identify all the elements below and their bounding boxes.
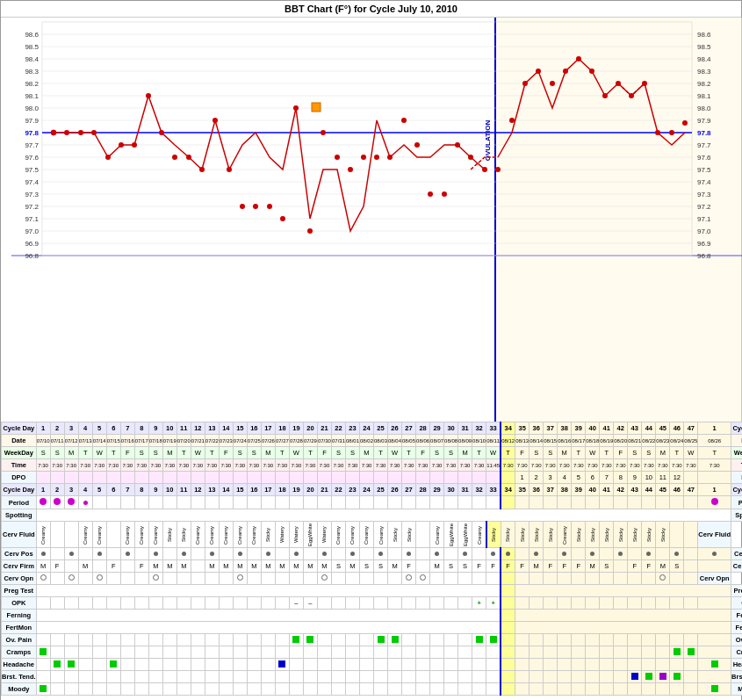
svg-text:OVULATION: OVULATION (484, 120, 492, 162)
svg-point-103 (589, 69, 594, 74)
svg-point-75 (213, 118, 218, 123)
svg-point-82 (307, 228, 313, 234)
bbt-graph: 98.6 98.5 98.4 98.3 98.2 98.1 98.0 97.9 … (1, 18, 742, 422)
svg-text:97.6: 97.6 (25, 154, 39, 162)
svg-point-102 (576, 56, 581, 61)
svg-text:97.2: 97.2 (25, 203, 39, 211)
data-table: Cycle Day 123 456 789 101112 131415 1617… (1, 422, 742, 696)
svg-text:96.8: 96.8 (25, 252, 39, 260)
svg-point-69 (132, 142, 137, 148)
cerv-firm-row: Cerv Firm M F M F F M M M M M M M M M M (2, 560, 743, 573)
svg-point-104 (602, 93, 608, 98)
ov-pain-row: Ov. Pain (2, 634, 743, 646)
svg-point-72 (172, 155, 177, 160)
svg-text:98.4: 98.4 (697, 55, 711, 63)
moody-row: Moody (2, 683, 743, 696)
dpo-row: DPO 1 2 3 4 5 6 7 8 (2, 472, 743, 484)
period-label-right: Period (731, 496, 742, 509)
svg-point-80 (280, 216, 285, 221)
cramps-row: Cramps (2, 646, 743, 659)
cerv-pos-row: Cerv Pos (2, 548, 743, 560)
svg-text:98.2: 98.2 (697, 80, 711, 88)
svg-point-95 (482, 167, 487, 172)
svg-point-86 (361, 155, 366, 160)
svg-point-78 (253, 204, 258, 209)
cycle-day-label: Cycle Day (2, 422, 37, 435)
svg-text:96.9: 96.9 (697, 240, 711, 248)
cerv-opn-row: Cerv Opn (2, 573, 743, 585)
svg-point-93 (455, 142, 460, 148)
svg-point-110 (682, 120, 688, 126)
svg-text:98.2: 98.2 (25, 80, 39, 88)
weekday-label-right: WeekDay (731, 447, 742, 459)
dpo-label-right: DPO (731, 472, 742, 484)
svg-point-79 (267, 204, 272, 209)
svg-point-107 (642, 81, 647, 86)
svg-point-87 (374, 155, 379, 160)
svg-point-76 (227, 167, 232, 172)
svg-text:97.3: 97.3 (25, 191, 39, 198)
brst-tend-row: Brst. Tend. (2, 671, 743, 683)
svg-text:98.5: 98.5 (697, 43, 711, 51)
fertmon-row: FertMon FertMon (2, 622, 743, 634)
svg-point-91 (428, 191, 433, 197)
svg-point-84 (335, 155, 340, 160)
date-row: Date 07/10 07/11 07/12 07/13 07/14 07/15… (2, 435, 743, 447)
svg-text:97.2: 97.2 (697, 203, 711, 211)
svg-point-67 (105, 155, 111, 160)
svg-text:96.8: 96.8 (697, 252, 711, 260)
svg-text:97.6: 97.6 (697, 154, 711, 162)
svg-point-99 (536, 69, 541, 74)
svg-text:97.1: 97.1 (697, 215, 711, 223)
svg-point-109 (669, 130, 674, 135)
date-label: Date (2, 435, 37, 447)
svg-point-68 (119, 142, 124, 148)
time-label-right: Time (731, 459, 742, 472)
headache-label: Headache (2, 659, 37, 671)
svg-text:97.7: 97.7 (25, 141, 39, 149)
copyright-text: Copyright © 2003-2024 bInfinity Web Inc.… (1, 696, 741, 700)
svg-point-108 (655, 130, 660, 135)
weekday-label: WeekDay (2, 447, 37, 459)
svg-point-70 (146, 93, 151, 98)
svg-point-101 (563, 69, 568, 74)
svg-point-97 (509, 118, 515, 123)
time-row: Time 7:30 7:30 7:30 7:30 7:30 7:30 7:30 … (2, 459, 743, 472)
svg-point-83 (321, 130, 326, 135)
svg-point-63 (51, 130, 56, 135)
svg-point-85 (348, 167, 353, 172)
svg-point-90 (414, 142, 420, 148)
svg-text:97.7: 97.7 (697, 141, 711, 149)
opk-row: OPK –– + + (2, 597, 743, 610)
period-row: Period (2, 496, 743, 509)
svg-text:98.6: 98.6 (25, 31, 39, 39)
svg-text:98.1: 98.1 (697, 92, 711, 100)
svg-text:98.4: 98.4 (25, 55, 39, 63)
svg-point-65 (78, 130, 83, 135)
weekday-row: WeekDay SSM TWT FSS MTW TFS SMT WTF SSM … (2, 447, 743, 459)
spotting-label: Spotting (2, 509, 37, 522)
chart-title: BBT Chart (F°) for Cycle July 10, 2010 (1, 1, 741, 18)
svg-text:97.5: 97.5 (25, 166, 39, 174)
svg-text:97.1: 97.1 (25, 215, 39, 223)
ferning-row: Ferning Ferning (2, 610, 743, 622)
svg-point-89 (401, 118, 407, 123)
svg-text:97.0: 97.0 (25, 227, 39, 235)
svg-text:96.9: 96.9 (25, 240, 39, 248)
svg-text:98.3: 98.3 (697, 68, 711, 76)
svg-point-66 (91, 130, 97, 135)
period-label: Period (2, 496, 37, 509)
svg-text:97.9: 97.9 (25, 117, 39, 125)
time-label: Time (2, 459, 37, 472)
svg-text:97.0: 97.0 (697, 227, 711, 235)
svg-text:97.8: 97.8 (25, 129, 39, 137)
svg-text:98.3: 98.3 (25, 68, 39, 76)
date-label-right: Date (731, 435, 742, 447)
headache-label-right: Headache (731, 659, 742, 671)
svg-text:97.5: 97.5 (697, 166, 711, 174)
svg-text:97.3: 97.3 (697, 191, 711, 198)
svg-point-92 (442, 191, 447, 197)
preg-test-row: Preg Test Preg Test (2, 585, 743, 597)
headache-row: Headache (2, 659, 743, 671)
cerv-fluid-row: Cerv Fluid Creamy Creamy Creamy Creamy C… (2, 522, 743, 548)
